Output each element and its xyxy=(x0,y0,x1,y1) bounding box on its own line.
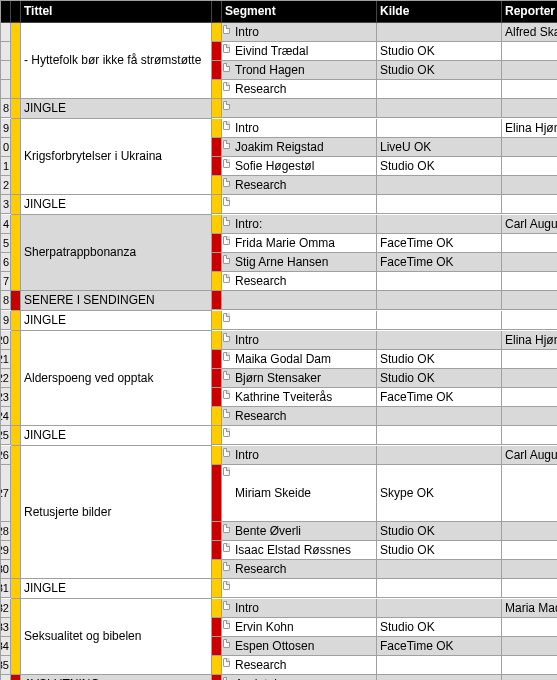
story-title[interactable]: Alderspoeng ved opptak xyxy=(21,331,212,426)
reporter-cell[interactable] xyxy=(502,350,557,369)
segment-cell[interactable]: Joakim Reigstad xyxy=(222,138,377,157)
segment-cell[interactable]: Research xyxy=(222,656,377,675)
guest-cell[interactable] xyxy=(377,407,502,426)
story-title[interactable]: SENERE I SENDINGEN xyxy=(21,291,212,311)
story-title[interactable]: AVSLUTNING xyxy=(21,675,212,680)
reporter-cell[interactable] xyxy=(502,311,557,330)
guest-cell[interactable] xyxy=(377,272,502,291)
segment-cell[interactable]: Eivind Trædal xyxy=(222,42,377,61)
reporter-cell[interactable]: Carl Augus xyxy=(502,446,557,465)
segment-cell[interactable]: Kathrine Tveiterås xyxy=(222,388,377,407)
segment-cell[interactable]: Research xyxy=(222,80,377,99)
reporter-cell[interactable] xyxy=(502,541,557,560)
row-number[interactable]: 31 xyxy=(1,579,11,598)
reporter-cell[interactable]: Carl Augus xyxy=(502,215,557,234)
reporter-cell[interactable]: Elina Hjøn xyxy=(502,119,557,138)
row-number[interactable]: 7 xyxy=(1,272,11,291)
reporter-cell[interactable] xyxy=(502,272,557,291)
reporter-cell[interactable] xyxy=(502,637,557,656)
row-number[interactable]: 21 xyxy=(1,350,11,369)
guest-cell[interactable]: FaceTime OK xyxy=(377,388,502,407)
row-number[interactable] xyxy=(1,23,11,42)
guest-cell[interactable]: Studio OK xyxy=(377,61,502,80)
guest-cell[interactable] xyxy=(377,215,502,234)
story-title[interactable]: JINGLE xyxy=(21,426,212,446)
guest-cell[interactable] xyxy=(377,579,502,598)
guest-cell[interactable]: Studio OK xyxy=(377,42,502,61)
row-number[interactable]: 2 xyxy=(1,176,11,195)
reporter-cell[interactable]: Elina Hjøn xyxy=(502,331,557,350)
row-number[interactable]: 24 xyxy=(1,407,11,426)
segment-cell[interactable] xyxy=(222,579,377,598)
guest-cell[interactable] xyxy=(377,311,502,330)
story-title[interactable]: Seksualitet og bibelen xyxy=(21,599,212,675)
story-title[interactable]: Retusjerte bilder xyxy=(21,446,212,579)
story-title[interactable]: JINGLE xyxy=(21,195,212,215)
reporter-cell[interactable] xyxy=(502,369,557,388)
row-number[interactable]: 20 xyxy=(1,331,11,350)
reporter-cell[interactable] xyxy=(502,42,557,61)
segment-cell[interactable]: Research xyxy=(222,407,377,426)
guest-cell[interactable]: Studio OK xyxy=(377,618,502,637)
segment-cell[interactable]: Trond Hagen xyxy=(222,61,377,80)
guest-cell[interactable]: Studio OK xyxy=(377,157,502,176)
segment-cell[interactable]: Research xyxy=(222,176,377,195)
guest-cell[interactable]: LiveU OK xyxy=(377,138,502,157)
guest-cell[interactable]: Studio OK xyxy=(377,350,502,369)
segment-cell[interactable]: Intro xyxy=(222,599,377,618)
row-number[interactable] xyxy=(1,42,11,61)
reporter-cell[interactable] xyxy=(502,80,557,99)
segment-cell[interactable]: Frida Marie Omma xyxy=(222,234,377,253)
segment-cell[interactable]: Intro xyxy=(222,23,377,42)
segment-cell[interactable] xyxy=(222,311,377,330)
story-title[interactable]: Sherpatrappbonanza xyxy=(21,215,212,291)
guest-cell[interactable] xyxy=(377,80,502,99)
reporter-cell[interactable] xyxy=(502,407,557,426)
row-number[interactable]: 30 xyxy=(1,560,11,579)
guest-cell[interactable] xyxy=(377,99,502,118)
reporter-cell[interactable] xyxy=(502,522,557,541)
guest-cell[interactable] xyxy=(377,195,502,214)
row-number[interactable]: 25 xyxy=(1,426,11,445)
segment-cell[interactable]: Intro: xyxy=(222,215,377,234)
row-number[interactable]: 1 xyxy=(1,157,11,176)
reporter-cell[interactable] xyxy=(502,138,557,157)
guest-cell[interactable] xyxy=(377,426,502,445)
reporter-cell[interactable] xyxy=(502,560,557,579)
reporter-cell[interactable] xyxy=(502,176,557,195)
reporter-cell[interactable]: Maria Mad xyxy=(502,599,557,618)
row-number[interactable]: 34 xyxy=(1,637,11,656)
guest-cell[interactable]: Studio OK xyxy=(377,541,502,560)
segment-cell[interactable]: Intro xyxy=(222,331,377,350)
guest-cell[interactable] xyxy=(377,560,502,579)
story-title[interactable]: Krigsforbrytelser i Ukraina xyxy=(21,119,212,195)
segment-cell[interactable]: Research xyxy=(222,272,377,291)
row-number[interactable] xyxy=(1,80,11,99)
reporter-cell[interactable] xyxy=(502,388,557,407)
segment-cell[interactable] xyxy=(222,195,377,214)
row-number[interactable]: 36 xyxy=(1,675,11,680)
guest-cell[interactable] xyxy=(377,176,502,195)
segment-cell[interactable]: Bjørn Stensaker xyxy=(222,369,377,388)
guest-cell[interactable]: FaceTime OK xyxy=(377,637,502,656)
story-title[interactable]: - Hyttefolk bør ikke få strømstøtte xyxy=(21,23,212,99)
guest-cell[interactable]: FaceTime OK xyxy=(377,253,502,272)
guest-cell[interactable] xyxy=(377,23,502,42)
row-number[interactable]: 33 xyxy=(1,618,11,637)
row-number[interactable]: 8 xyxy=(1,99,11,118)
reporter-cell[interactable] xyxy=(502,253,557,272)
segment-cell[interactable]: Maika Godal Dam xyxy=(222,350,377,369)
segment-cell[interactable]: Bente Øverli xyxy=(222,522,377,541)
guest-cell[interactable] xyxy=(377,446,502,465)
segment-cell[interactable] xyxy=(222,291,377,310)
segment-cell[interactable] xyxy=(222,426,377,445)
segment-cell[interactable]: Miriam Skeide xyxy=(222,465,377,522)
guest-cell[interactable] xyxy=(377,599,502,618)
row-number[interactable]: 9 xyxy=(1,311,11,330)
reporter-cell[interactable] xyxy=(502,675,557,680)
guest-cell[interactable] xyxy=(377,656,502,675)
row-number[interactable]: 23 xyxy=(1,388,11,407)
reporter-cell[interactable] xyxy=(502,195,557,214)
row-number[interactable]: 4 xyxy=(1,215,11,234)
segment-cell[interactable]: Sofie Høgestøl xyxy=(222,157,377,176)
